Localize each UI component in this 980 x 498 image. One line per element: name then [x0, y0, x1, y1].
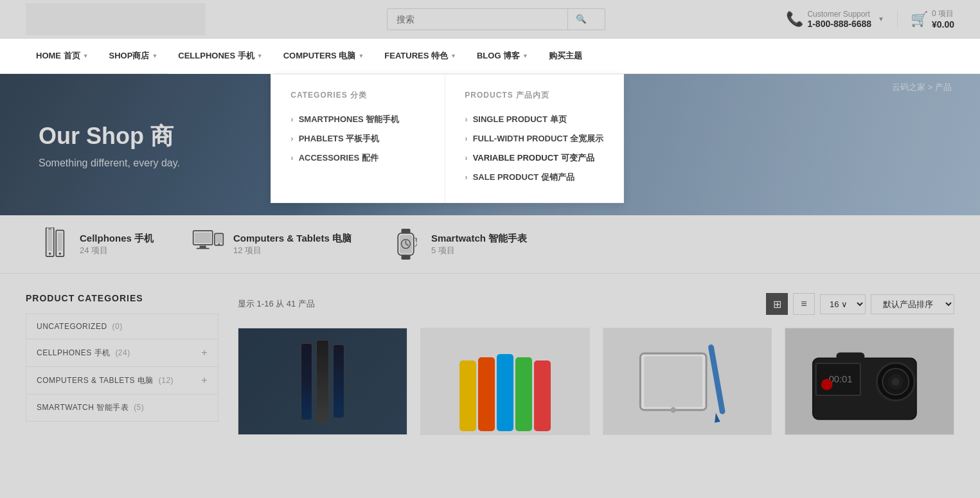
dropdown-mega-menu: CATEGORIES 分类 Smartphones 智能手机 Phablets … [271, 74, 624, 203]
dropdown-prod-sale-label: Sale Product 促销产品 [473, 172, 575, 183]
nav-item-shop[interactable]: SHOP商店 ▼ [99, 39, 168, 74]
nav-arrow-blog: ▼ [522, 53, 528, 59]
nav-label-shop: SHOP商店 [109, 50, 150, 62]
dropdown-categories-col: CATEGORIES 分类 Smartphones 智能手机 Phablets … [271, 75, 445, 202]
nav-label-computers: COMPUTERS 电脑 [283, 50, 356, 62]
dropdown-prod-variable[interactable]: Variable Product 可变产品 [465, 148, 603, 168]
dropdown-cat-accessories-label: Accessories 配件 [299, 152, 379, 164]
nav-arrow-features: ▼ [450, 53, 456, 59]
nav-label-cellphones: CELLPHONES 手机 [178, 50, 254, 62]
nav-label-features: FEATURES 特色 [384, 50, 448, 62]
nav-arrow-computers: ▼ [358, 53, 364, 59]
nav-label-blog: BLOG 博客 [477, 50, 520, 62]
dropdown-cat-smartphones-label: Smartphones 智能手机 [299, 114, 400, 125]
dropdown-prod-single-label: Single Product 单页 [473, 114, 567, 125]
nav-arrow-home: ▼ [83, 53, 89, 59]
dropdown-products-title: PRODUCTS 产品内页 [465, 90, 603, 101]
dropdown-prod-fullwidth-label: Full-width Product 全宽展示 [473, 133, 604, 145]
nav-item-buy[interactable]: 购买主题 [539, 39, 592, 74]
nav-arrow-shop: ▼ [152, 53, 157, 59]
nav-item-features[interactable]: FEATURES 特色 ▼ [374, 39, 467, 74]
dropdown-cat-smartphones[interactable]: Smartphones 智能手机 [290, 110, 425, 129]
dropdown-cat-phablets-label: Phablets 平板手机 [299, 133, 380, 145]
nav-item-blog[interactable]: BLOG 博客 ▼ [467, 39, 539, 74]
nav-item-home[interactable]: HOME 首页 ▼ [26, 39, 99, 74]
dropdown-cat-phablets[interactable]: Phablets 平板手机 [290, 129, 425, 148]
main-nav: HOME 首页 ▼ SHOP商店 ▼ CELLPHONES 手机 ▼ CATEG… [0, 39, 980, 74]
nav-item-cellphones[interactable]: CELLPHONES 手机 ▼ CATEGORIES 分类 Smartphone… [168, 39, 272, 74]
dropdown-cat-accessories[interactable]: Accessories 配件 [290, 148, 425, 168]
nav-label-buy: 购买主题 [549, 50, 582, 62]
dropdown-products-col: PRODUCTS 产品内页 Single Product 单页 Full-wid… [445, 75, 623, 202]
nav-label-home: HOME 首页 [36, 50, 80, 62]
dropdown-prod-sale[interactable]: Sale Product 促销产品 [465, 168, 603, 187]
dropdown-prod-single[interactable]: Single Product 单页 [465, 110, 603, 129]
dropdown-prod-variable-label: Variable Product 可变产品 [473, 152, 594, 164]
nav-item-computers[interactable]: COMPUTERS 电脑 ▼ [273, 39, 375, 74]
dropdown-categories-title: CATEGORIES 分类 [290, 90, 425, 101]
dropdown-prod-fullwidth[interactable]: Full-width Product 全宽展示 [465, 129, 603, 148]
nav-arrow-cellphones: ▼ [257, 53, 263, 59]
